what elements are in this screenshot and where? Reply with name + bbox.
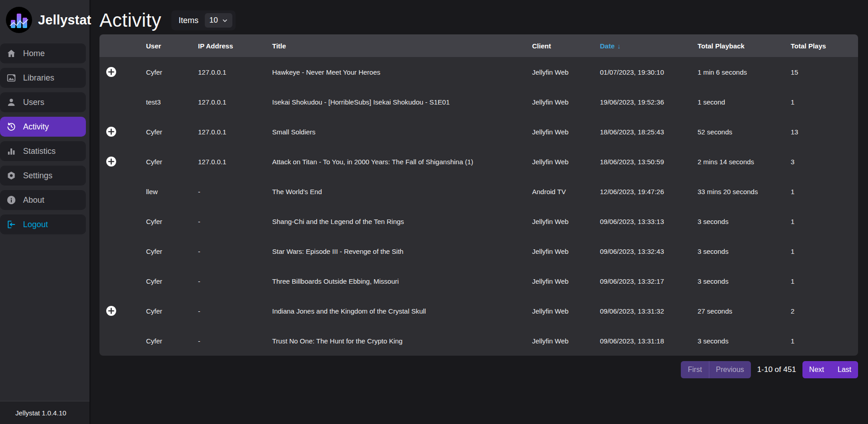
first-page-button[interactable]: First	[681, 361, 708, 378]
cell-client: Jellyfin Web	[532, 337, 600, 345]
table-row: Cyfer 127.0.0.1 Hawkeye - Never Meet You…	[99, 57, 858, 87]
sidebar-item-label: Statistics	[23, 147, 56, 156]
column-header-user[interactable]: User	[146, 42, 198, 50]
statistics-icon	[6, 146, 16, 156]
table-row: Cyfer 127.0.0.1 Attack on Titan - To You…	[99, 147, 858, 176]
cell-date: 19/06/2023, 19:52:36	[600, 98, 698, 106]
cell-user: Cyfer	[146, 307, 198, 315]
cell-client: Android TV	[532, 188, 600, 195]
sort-descending-icon: ↓	[618, 42, 621, 50]
items-per-page-select[interactable]: 10	[205, 13, 232, 28]
cell-total-playback: 27 seconds	[698, 307, 791, 315]
cell-total-plays: 1	[791, 218, 858, 225]
cell-total-plays: 2	[791, 307, 858, 315]
cell-date: 18/06/2023, 18:25:43	[600, 128, 698, 136]
cell-ip-address: 127.0.0.1	[198, 158, 272, 166]
cell-date: 09/06/2023, 13:31:32	[600, 307, 698, 315]
cell-ip-address: -	[198, 337, 272, 345]
sidebar: Jellystat Home Libraries Users Activity …	[0, 0, 90, 424]
cell-total-plays: 15	[791, 68, 858, 76]
cell-ip-address: -	[198, 188, 272, 195]
plus-circle-icon	[106, 67, 117, 77]
previous-page-button[interactable]: Previous	[709, 361, 751, 378]
table-row: Cyfer 127.0.0.1 Small Soldiers Jellyfin …	[99, 117, 858, 147]
table-row: llew - The World's End Android TV 12/06/…	[99, 176, 858, 206]
column-header-title[interactable]: Title	[272, 42, 532, 50]
page-header: Activity Items 10	[99, 6, 868, 34]
cell-title: Trust No One: The Hunt for the Crypto Ki…	[272, 337, 532, 345]
cell-total-plays: 3	[791, 158, 858, 166]
cell-date: 12/06/2023, 19:47:26	[600, 188, 698, 195]
cell-title: Attack on Titan - To You, in 2000 Years:…	[272, 158, 532, 166]
sidebar-item-home[interactable]: Home	[0, 43, 86, 63]
expand-row-button[interactable]	[106, 305, 117, 316]
cell-user: Cyfer	[146, 68, 198, 76]
cell-date: 18/06/2023, 13:50:59	[600, 158, 698, 166]
sidebar-footer: Jellystat 1.0.4.10	[0, 401, 90, 424]
cell-total-plays: 1	[791, 248, 858, 255]
libraries-icon	[6, 73, 16, 83]
cell-total-playback: 2 mins 14 seconds	[698, 158, 791, 166]
sidebar-item-statistics[interactable]: Statistics	[0, 141, 86, 161]
sidebar-item-activity[interactable]: Activity	[0, 117, 86, 137]
expand-row-button[interactable]	[106, 156, 117, 167]
sidebar-item-label: Libraries	[23, 73, 54, 83]
last-page-button[interactable]: Last	[831, 361, 858, 378]
jellystat-logo-icon	[6, 7, 32, 33]
table-row: Cyfer - Indiana Jones and the Kingdom of…	[99, 296, 858, 326]
column-header-total-plays[interactable]: Total Plays	[791, 42, 858, 50]
cell-user: test3	[146, 98, 198, 106]
column-header-client[interactable]: Client	[532, 42, 600, 50]
chevron-down-icon	[222, 18, 228, 24]
sidebar-item-label: About	[23, 195, 44, 205]
about-icon	[6, 195, 16, 205]
cell-total-playback: 3 seconds	[698, 248, 791, 255]
cell-total-playback: 1 min 6 seconds	[698, 68, 791, 76]
settings-icon	[6, 171, 16, 181]
column-header-ip-address[interactable]: IP Address	[198, 42, 272, 50]
cell-user: Cyfer	[146, 277, 198, 285]
cell-total-playback: 33 mins 20 seconds	[698, 188, 791, 195]
pagination-range: 1-10 of 451	[757, 365, 796, 374]
activity-table: User IP Address Title Client Date ↓ Tota…	[99, 34, 858, 356]
expand-row-button[interactable]	[106, 126, 117, 137]
plus-circle-icon	[106, 156, 117, 167]
sidebar-item-about[interactable]: About	[0, 190, 86, 210]
sidebar-item-label: Home	[23, 49, 45, 58]
column-header-date[interactable]: Date ↓	[600, 42, 698, 50]
cell-user: Cyfer	[146, 128, 198, 136]
pagination-forward-group: Next Last	[802, 361, 858, 378]
sidebar-item-libraries[interactable]: Libraries	[0, 68, 86, 88]
sidebar-item-users[interactable]: Users	[0, 92, 86, 112]
cell-user: Cyfer	[146, 218, 198, 225]
sidebar-item-label: Logout	[23, 220, 48, 229]
cell-total-playback: 3 seconds	[698, 218, 791, 225]
cell-total-plays: 1	[791, 98, 858, 106]
users-icon	[6, 97, 16, 107]
cell-title: The World's End	[272, 188, 532, 195]
cell-total-playback: 3 seconds	[698, 277, 791, 285]
cell-user: Cyfer	[146, 337, 198, 345]
sidebar-item-label: Activity	[23, 122, 49, 132]
cell-client: Jellyfin Web	[532, 218, 600, 225]
cell-client: Jellyfin Web	[532, 277, 600, 285]
sidebar-item-label: Users	[23, 98, 44, 107]
cell-ip-address: 127.0.0.1	[198, 68, 272, 76]
cell-date: 09/06/2023, 13:33:13	[600, 218, 698, 225]
sidebar-nav: Home Libraries Users Activity Statistics…	[0, 40, 90, 401]
cell-date: 01/07/2023, 19:30:10	[600, 68, 698, 76]
sidebar-item-logout[interactable]: Logout	[0, 214, 86, 234]
activity-icon	[6, 122, 16, 132]
app-logo[interactable]: Jellystat	[0, 0, 90, 40]
cell-title: Isekai Shokudou - [HorribleSubs] Isekai …	[272, 98, 532, 106]
cell-user: Cyfer	[146, 158, 198, 166]
cell-date: 09/06/2023, 13:32:43	[600, 248, 698, 255]
cell-title: Three Billboards Outside Ebbing, Missour…	[272, 277, 532, 285]
column-header-total-playback[interactable]: Total Playback	[698, 42, 791, 50]
cell-ip-address: 127.0.0.1	[198, 128, 272, 136]
cell-user: Cyfer	[146, 248, 198, 255]
cell-ip-address: -	[198, 218, 272, 225]
next-page-button[interactable]: Next	[802, 361, 831, 378]
sidebar-item-settings[interactable]: Settings	[0, 166, 86, 186]
expand-row-button[interactable]	[106, 67, 117, 77]
